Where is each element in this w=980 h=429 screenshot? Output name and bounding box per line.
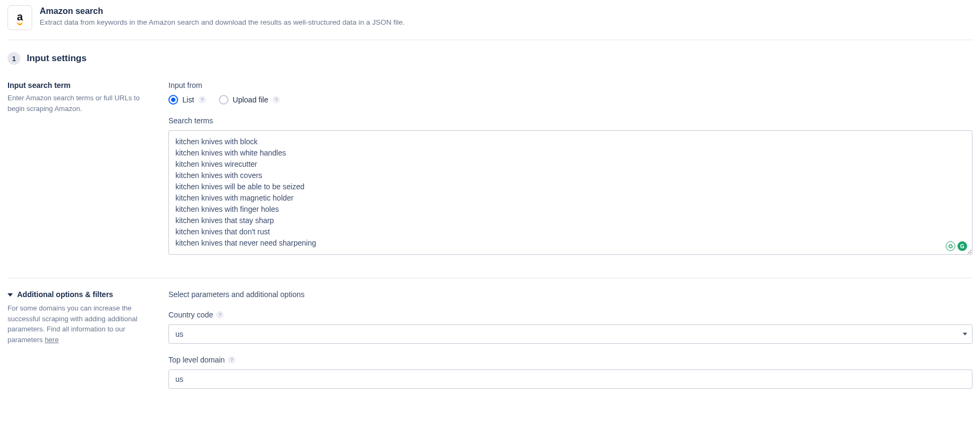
additional-options-toggle[interactable]: Additional options & filters <box>8 290 153 299</box>
input-from-label: Input from <box>168 81 972 90</box>
radio-list-label: List <box>182 95 194 104</box>
additional-options-desc: For some domains you can increase the su… <box>8 303 153 345</box>
help-icon[interactable]: ? <box>272 96 280 103</box>
search-terms-label: Search terms <box>168 116 972 125</box>
country-code-select[interactable]: us <box>168 324 972 344</box>
select-parameters-label: Select parameters and additional options <box>168 290 972 299</box>
amazon-logo-letter: a <box>17 11 23 24</box>
country-code-label-text: Country code <box>168 310 213 319</box>
divider <box>8 278 972 278</box>
tld-input[interactable] <box>168 369 972 389</box>
tld-label: Top level domain ? <box>168 356 972 364</box>
radio-upload-file[interactable]: Upload file ? <box>219 95 280 105</box>
radio-icon <box>219 95 229 105</box>
lightbulb-icon[interactable]: ✪ <box>946 241 955 251</box>
grammarly-icon[interactable]: G <box>957 241 967 251</box>
page-header: a Amazon search Extract data from keywor… <box>8 5 972 40</box>
page-title: Amazon search <box>40 6 405 16</box>
radio-icon <box>168 95 178 105</box>
grammarly-badges: ✪ G <box>946 241 967 251</box>
amazon-logo-icon: a <box>8 5 32 30</box>
input-from-radio-group: List ? Upload file ? <box>168 95 972 105</box>
input-search-term-title: Input search term <box>8 81 153 90</box>
input-search-term-desc: Enter Amazon search terms or full URLs t… <box>8 93 153 114</box>
radio-list[interactable]: List ? <box>168 95 206 105</box>
section-title: Input settings <box>27 53 86 64</box>
chevron-down-icon <box>8 293 13 297</box>
radio-upload-label: Upload file <box>233 95 268 104</box>
step-badge: 1 <box>8 52 20 65</box>
additional-options-title: Additional options & filters <box>17 290 113 299</box>
search-terms-input[interactable] <box>168 130 972 255</box>
additional-desc-text: For some domains you can increase the su… <box>8 304 137 344</box>
help-icon[interactable]: ? <box>228 356 235 364</box>
help-icon[interactable]: ? <box>198 96 206 103</box>
section-header: 1 Input settings <box>8 52 972 65</box>
tld-label-text: Top level domain <box>168 356 225 364</box>
parameters-link[interactable]: here <box>45 336 58 344</box>
page-description: Extract data from keywords in the Amazon… <box>40 18 405 26</box>
help-icon[interactable]: ? <box>216 311 224 319</box>
country-code-label: Country code ? <box>168 310 972 319</box>
input-from-label-text: Input from <box>168 81 202 90</box>
